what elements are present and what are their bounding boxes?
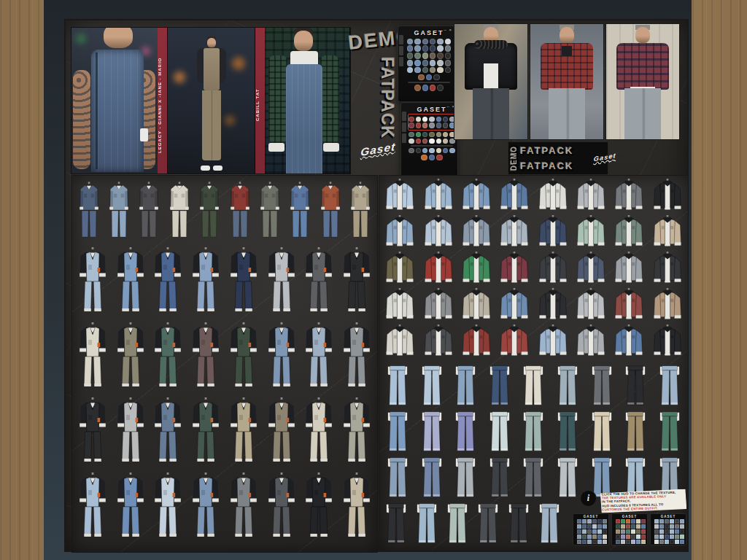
texture-swatch-square[interactable] — [616, 519, 620, 524]
jeans-item[interactable] — [554, 410, 581, 454]
jacket-item[interactable] — [612, 324, 646, 359]
texture-swatch-dot[interactable] — [422, 132, 427, 137]
texture-swatch-dot[interactable] — [409, 122, 414, 128]
overall-item[interactable] — [115, 321, 147, 391]
hud-tab[interactable] — [402, 112, 406, 121]
jeans-item[interactable] — [474, 502, 502, 545]
jacket-item[interactable] — [651, 324, 684, 359]
jacket-item[interactable] — [574, 288, 608, 323]
jacket-item[interactable] — [612, 215, 646, 250]
hud-side-tabs[interactable] — [402, 112, 406, 143]
overall-item[interactable] — [152, 321, 184, 391]
texture-swatch-square[interactable] — [636, 529, 640, 534]
texture-swatch-square[interactable] — [636, 524, 640, 529]
texture-swatch-square[interactable] — [675, 519, 679, 524]
overall-item[interactable] — [341, 246, 373, 316]
texture-swatch-square[interactable] — [582, 540, 587, 544]
jeans-item[interactable] — [418, 410, 446, 454]
texture-swatch-dot[interactable] — [422, 85, 428, 90]
texture-swatch-dot[interactable] — [437, 85, 443, 90]
texture-swatch-square[interactable] — [587, 529, 592, 534]
jacket-item[interactable] — [536, 252, 570, 287]
overall-item[interactable] — [266, 321, 298, 391]
texture-swatch-dot[interactable] — [436, 139, 441, 144]
jeans-item[interactable] — [382, 502, 410, 545]
jeans-item[interactable] — [519, 456, 547, 499]
texture-swatch-square[interactable] — [659, 540, 664, 544]
jacket-item[interactable] — [574, 324, 608, 359]
texture-swatch-dot[interactable] — [436, 117, 441, 122]
texture-swatch-square[interactable] — [582, 534, 587, 539]
texture-swatch-square[interactable] — [577, 534, 581, 539]
jeans-item[interactable] — [452, 456, 479, 499]
texture-swatch-square[interactable] — [597, 540, 602, 544]
texture-swatch-square[interactable] — [603, 519, 607, 524]
overall-item[interactable] — [228, 246, 260, 316]
texture-swatch-square[interactable] — [631, 524, 635, 529]
jacket-item[interactable] — [536, 179, 570, 214]
texture-swatch-dot[interactable] — [436, 155, 442, 160]
texture-swatch-square[interactable] — [665, 540, 669, 544]
jeans-item[interactable] — [452, 410, 479, 454]
jeans-item[interactable] — [535, 502, 563, 545]
hud-tab[interactable] — [402, 133, 406, 143]
jacket-item[interactable] — [536, 215, 570, 250]
texture-swatch-dot[interactable] — [422, 39, 428, 44]
overall-item[interactable] — [228, 396, 260, 466]
texture-swatch-dot[interactable] — [429, 117, 434, 122]
jacket-item[interactable] — [536, 324, 570, 359]
texture-swatch-dot[interactable] — [409, 132, 414, 137]
texture-swatch-dot[interactable] — [436, 122, 441, 128]
texture-swatch-square[interactable] — [680, 540, 684, 544]
coverall-item[interactable] — [196, 181, 222, 241]
texture-swatch-square[interactable] — [616, 529, 620, 534]
overall-item[interactable] — [303, 471, 335, 541]
texture-swatch-square[interactable] — [603, 540, 607, 544]
overall-item[interactable] — [303, 246, 335, 316]
jeans-item[interactable] — [505, 502, 533, 545]
texture-swatch-dot[interactable] — [429, 155, 435, 160]
texture-swatch-square[interactable] — [621, 540, 625, 544]
texture-swatch-square[interactable] — [577, 529, 581, 534]
texture-swatch-square[interactable] — [626, 524, 630, 529]
overall-item[interactable] — [190, 471, 222, 541]
texture-swatch-square[interactable] — [654, 529, 659, 534]
texture-swatch-square[interactable] — [621, 524, 625, 529]
texture-swatch-dot[interactable] — [422, 60, 428, 66]
mini-texture-hud[interactable]: GASET — [611, 513, 648, 545]
texture-swatch-square[interactable] — [592, 519, 597, 524]
texture-swatch-square[interactable] — [680, 529, 684, 534]
jacket-item[interactable] — [383, 252, 417, 287]
jeans-item[interactable] — [418, 364, 446, 408]
texture-swatch-square[interactable] — [641, 519, 646, 524]
jeans-item[interactable] — [588, 410, 616, 454]
jacket-item[interactable] — [574, 179, 608, 214]
texture-swatch-square[interactable] — [659, 524, 664, 529]
texture-swatch-dot[interactable] — [422, 139, 427, 144]
texture-swatch-dot[interactable] — [443, 122, 448, 128]
jacket-item[interactable] — [422, 215, 455, 250]
jacket-item[interactable] — [651, 215, 684, 250]
texture-swatch-dot[interactable] — [433, 74, 439, 80]
texture-swatch-square[interactable] — [665, 534, 669, 539]
texture-swatch-dot[interactable] — [407, 67, 413, 73]
texture-swatch-square[interactable] — [626, 529, 630, 534]
jeans-item[interactable] — [622, 364, 649, 408]
texture-swatch-square[interactable] — [641, 534, 646, 539]
texture-swatch-dot[interactable] — [416, 139, 421, 144]
texture-swatch-square[interactable] — [592, 534, 597, 539]
texture-swatch-square[interactable] — [592, 529, 597, 534]
texture-swatch-dot[interactable] — [418, 74, 424, 80]
texture-swatch-square[interactable] — [636, 519, 640, 524]
coverall-item[interactable] — [317, 181, 344, 241]
texture-swatch-square[interactable] — [654, 519, 659, 524]
texture-swatch-dot[interactable] — [422, 117, 427, 122]
jacket-item[interactable] — [574, 215, 608, 250]
overall-item[interactable] — [228, 471, 260, 541]
texture-swatch-dot[interactable] — [429, 132, 434, 137]
overall-item[interactable] — [341, 471, 373, 541]
overall-item[interactable] — [115, 246, 147, 316]
hud-side-tabs[interactable] — [399, 35, 403, 66]
demo-fatpack-label[interactable]: DEMO FATPACK FATPACK Gaset — [508, 141, 608, 175]
hud-window-controls[interactable]: – × — [444, 28, 452, 32]
